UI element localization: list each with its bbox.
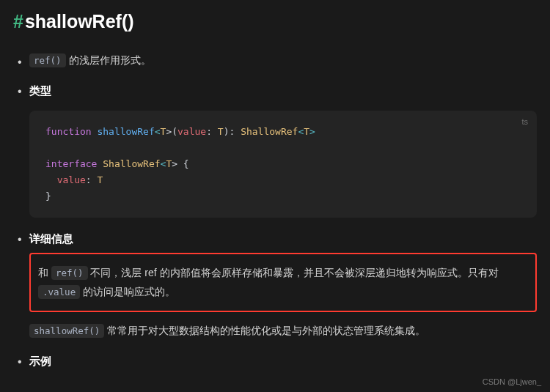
shallowref-code-inline: shallowRef() (29, 324, 104, 338)
anchor-hash[interactable]: # (13, 11, 23, 32)
section-details: 详细信息 和 ref() 不同，浅层 ref 的内部值将会原样存储和暴露，并且不… (29, 229, 537, 340)
highlight-box: 和 ref() 不同，浅层 ref 的内部值将会原样存储和暴露，并且不会被深层递… (29, 253, 537, 312)
section-example: 示例 (29, 352, 537, 371)
type-section-title: 类型 (29, 81, 537, 100)
details-paragraph-1: 和 ref() 不同，浅层 ref 的内部值将会原样存储和暴露，并且不会被深层递… (38, 263, 528, 302)
page-heading: #shallowRef() (13, 6, 537, 37)
intro-item: ref() 的浅层作用形式。 (29, 51, 537, 70)
details-section-title: 详细信息 (29, 229, 537, 248)
details-paragraph-2: shallowRef() 常常用于对大型数据结构的性能优化或是与外部的状态管理系… (29, 321, 537, 341)
heading-title: shallowRef() (25, 11, 134, 32)
section-type: 类型 tsfunction shallowRef<T>(value: T): S… (29, 81, 537, 218)
watermark: CSDN @Ljwen_ (483, 375, 541, 389)
lang-tag: ts (521, 115, 528, 129)
type-code-block: tsfunction shallowRef<T>(value: T): Shal… (29, 111, 537, 218)
ref-code-inline: ref() (51, 266, 88, 280)
value-code-inline: .value (38, 285, 80, 299)
ref-code-inline: ref() (29, 53, 66, 67)
intro-text: 的浅层作用形式。 (66, 54, 151, 66)
example-section-title: 示例 (29, 352, 537, 371)
